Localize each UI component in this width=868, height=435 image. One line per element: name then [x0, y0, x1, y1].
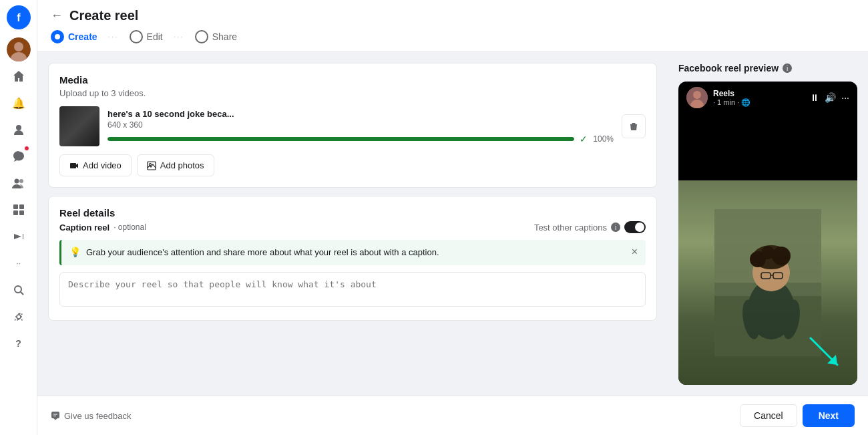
- more-icon[interactable]: ···: [841, 92, 849, 103]
- svg-point-21: [693, 91, 701, 99]
- step-dots-1: ···: [108, 32, 119, 41]
- svg-point-5: [16, 125, 21, 130]
- svg-rect-9: [19, 204, 24, 209]
- svg-rect-8: [13, 204, 18, 209]
- help-icon[interactable]: ?: [7, 331, 31, 355]
- add-buttons-row: Add video Add photos: [59, 154, 646, 176]
- next-button[interactable]: Next: [803, 404, 855, 427]
- pause-icon[interactable]: ⏸: [810, 92, 819, 103]
- svg-rect-16: [630, 124, 637, 125]
- add-video-button[interactable]: Add video: [59, 154, 132, 176]
- user-avatar[interactable]: [7, 37, 31, 61]
- feedback-button[interactable]: Give us feedback: [51, 411, 131, 421]
- svg-rect-17: [70, 163, 76, 168]
- back-button[interactable]: ←: [51, 9, 63, 23]
- page-title: Create reel: [69, 8, 138, 23]
- svg-point-7: [19, 179, 23, 183]
- video-icon: [69, 161, 79, 170]
- svg-line-13: [21, 292, 23, 295]
- footer: Give us feedback Cancel Next: [37, 396, 868, 435]
- progress-track: [107, 137, 574, 141]
- messages-icon[interactable]: [7, 144, 31, 168]
- photos-icon: [147, 161, 156, 170]
- home-icon[interactable]: [7, 64, 31, 88]
- preview-header: Facebook reel preview i: [678, 63, 857, 74]
- progress-check-icon: ✓: [580, 134, 588, 144]
- preview-area: Facebook reel preview i Reels · 1 min · …: [668, 52, 868, 396]
- media-card-subtitle: Upload up to 3 videos.: [59, 88, 646, 98]
- svg-rect-39: [51, 412, 59, 418]
- preview-info-icon[interactable]: i: [783, 63, 792, 73]
- caption-label: Caption reel: [59, 223, 110, 233]
- media-info: here's a 10 second joke beca... 640 x 36…: [107, 109, 614, 144]
- test-captions-label: Test other captions: [534, 223, 607, 233]
- add-video-label: Add video: [83, 160, 122, 170]
- groups-icon[interactable]: [7, 171, 31, 195]
- preview-person: [678, 180, 857, 385]
- preview-title: Facebook reel preview: [678, 63, 779, 74]
- test-captions-group: Test other captions i: [534, 221, 646, 233]
- reel-details-card: Reel details Caption reel · optional Tes…: [48, 196, 657, 321]
- svg-text:f: f: [17, 12, 21, 23]
- step-create-label: Create: [68, 31, 97, 42]
- pages-icon[interactable]: [7, 198, 31, 222]
- caption-input[interactable]: [59, 272, 646, 307]
- svg-point-19: [149, 163, 151, 165]
- content-wrapper: Media Upload up to 3 videos. here's a 10…: [37, 52, 868, 396]
- meta-logo: f: [7, 5, 31, 29]
- step-share-label: Share: [212, 31, 237, 42]
- add-photos-label: Add photos: [160, 160, 204, 170]
- step-create-circle: [51, 30, 64, 43]
- reel-details-title: Reel details: [59, 207, 646, 219]
- hint-text: Grab your audience's attention and share…: [86, 247, 626, 259]
- message-badge: [24, 146, 29, 151]
- hint-close-button[interactable]: ×: [632, 247, 638, 257]
- ads-icon[interactable]: [7, 225, 31, 249]
- optional-tag: · optional: [114, 223, 146, 232]
- preview-phone: Reels · 1 min · 🌐 ⏸ 🔊 ···: [678, 82, 857, 385]
- delete-media-button[interactable]: [622, 114, 646, 138]
- header: ← Create reel Create ··· Edit ··· Share: [37, 0, 868, 52]
- sidebar: f 🔔 ·· ?: [0, 0, 37, 435]
- svg-rect-15: [632, 123, 636, 124]
- caption-header: Caption reel · optional Test other capti…: [59, 221, 646, 233]
- media-card: Media Upload up to 3 videos. here's a 10…: [48, 63, 657, 188]
- step-edit[interactable]: Edit: [130, 30, 163, 43]
- test-captions-info-icon[interactable]: i: [611, 223, 620, 232]
- step-dots-2: ···: [174, 32, 184, 41]
- preview-video-content: [678, 180, 857, 385]
- svg-point-12: [15, 286, 21, 293]
- test-captions-toggle[interactable]: [624, 221, 646, 233]
- svg-point-31: [761, 246, 775, 259]
- preview-user-info: Reels · 1 min · 🌐: [713, 89, 805, 107]
- svg-point-30: [772, 247, 791, 265]
- caption-hint-box: 💡 Grab your audience's attention and sha…: [59, 240, 646, 265]
- profile-icon[interactable]: [7, 118, 31, 142]
- form-area: Media Upload up to 3 videos. here's a 10…: [37, 52, 668, 396]
- preview-video-black: [678, 114, 857, 180]
- media-thumbnail: [59, 106, 99, 146]
- preview-controls: ⏸ 🔊 ···: [810, 92, 849, 103]
- progress-percent: 100%: [593, 134, 614, 144]
- add-photos-button[interactable]: Add photos: [137, 154, 214, 176]
- toggle-knob: [635, 223, 644, 232]
- step-create[interactable]: Create: [51, 30, 97, 43]
- step-edit-label: Edit: [147, 31, 163, 42]
- people-icon[interactable]: ··: [7, 251, 31, 275]
- preview-avatar: [686, 87, 708, 108]
- svg-point-6: [14, 179, 19, 184]
- notifications-icon[interactable]: 🔔: [7, 91, 31, 115]
- settings-icon[interactable]: [7, 305, 31, 329]
- svg-point-14: [55, 34, 60, 39]
- svg-point-3: [14, 42, 23, 51]
- step-edit-circle: [130, 30, 143, 43]
- step-share[interactable]: Share: [195, 30, 237, 43]
- caption-label-group: Caption reel · optional: [59, 223, 146, 233]
- bulb-icon: 💡: [69, 247, 81, 257]
- progress-fill: [107, 137, 574, 141]
- cancel-button[interactable]: Cancel: [740, 404, 797, 427]
- search-icon[interactable]: [7, 278, 31, 302]
- progress-row: ✓ 100%: [107, 134, 614, 144]
- volume-icon[interactable]: 🔊: [825, 92, 836, 103]
- preview-meta: · 1 min · 🌐: [713, 98, 805, 107]
